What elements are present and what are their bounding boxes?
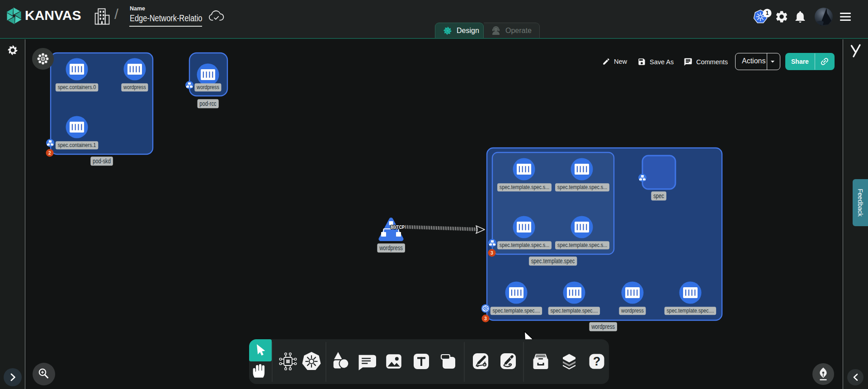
svg-text:?: ? xyxy=(593,355,601,368)
